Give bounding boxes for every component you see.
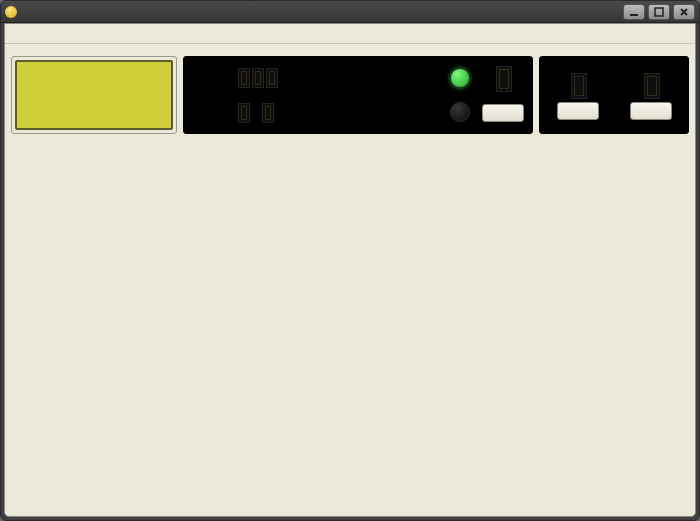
- lcd-panel: [11, 56, 177, 134]
- svg-rect-0: [630, 14, 638, 16]
- app-icon: [5, 6, 17, 18]
- menu-bar: [5, 24, 695, 44]
- maximize-button[interactable]: [648, 4, 670, 20]
- right-flash-digit: [644, 73, 660, 99]
- sequencer-panel: [183, 56, 533, 134]
- close-button[interactable]: [673, 4, 695, 20]
- svg-rect-1: [655, 8, 663, 16]
- step-display: [238, 103, 250, 123]
- minimize-button[interactable]: [623, 4, 645, 20]
- right-clock-digit: [571, 73, 587, 99]
- seq-clock-digit: [496, 66, 512, 92]
- start-led[interactable]: [450, 68, 470, 88]
- right-clock-hand-button[interactable]: [557, 102, 599, 120]
- right-flash-hand-button[interactable]: [630, 102, 672, 120]
- program-display: [238, 68, 282, 88]
- music-led[interactable]: [450, 102, 470, 122]
- seq-hand-button[interactable]: [482, 104, 524, 122]
- clock-flash-panel: [539, 56, 689, 134]
- last-display: [262, 103, 274, 123]
